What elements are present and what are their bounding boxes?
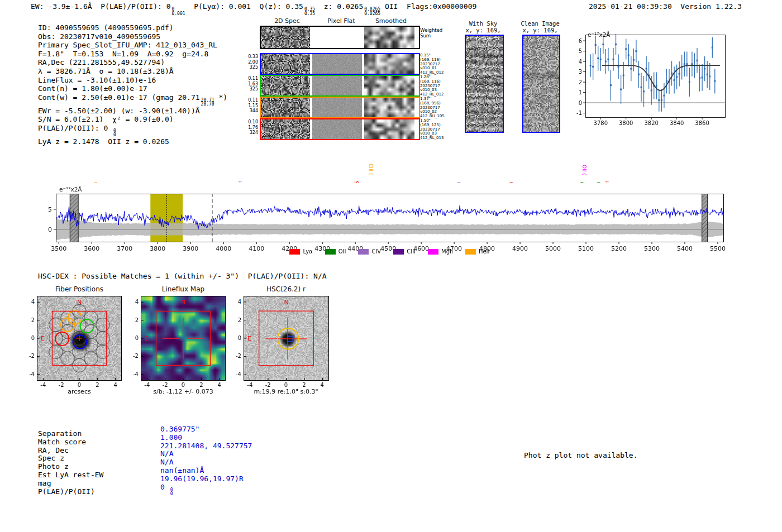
text-segment: EWr = -5.50(±2.00) (w: -3.90(±1.40))Å: [38, 107, 200, 115]
smoothed-image: [364, 98, 414, 117]
spec2d-row-left-labels: 0.332.00325: [245, 54, 258, 70]
y-tick-label: 0: [128, 335, 139, 341]
x-tick-label: -4: [37, 382, 49, 388]
subscript: 20.70: [201, 102, 214, 107]
match-row-label: Spec z: [38, 454, 103, 463]
sup-sub-value: 00: [113, 129, 116, 137]
fiber-positions-canvas: [37, 296, 122, 381]
legend-label: OII: [338, 248, 346, 255]
match-row-value: N/A: [160, 458, 252, 467]
clean-image-title-line: Clean Image: [517, 20, 563, 27]
x-tick-label: 2: [196, 382, 207, 388]
match-table-labels: SeparationMatch scoreRA, DecSpec zPhoto …: [38, 430, 103, 496]
detection-info-block: ID: 4090559695 (4090559695.pdf)Obs: 2023…: [38, 23, 227, 146]
emission-line-label-oii: OII (: [581, 165, 587, 175]
left-label-line: 325: [245, 65, 258, 70]
legend-item: CIV: [358, 248, 381, 255]
y-tick-label: 2: [128, 317, 139, 323]
match-row-label: Match score: [38, 438, 103, 447]
spec2d-exposure-row: [260, 97, 420, 118]
x-tick-label: 0: [74, 382, 85, 388]
legend-label: MgII: [441, 248, 453, 255]
info-line-2: Obs: 20230717v010_4090559695: [38, 32, 227, 41]
match-row-label: P(LAE)/P(OII): [38, 488, 103, 496]
smoothed-image: [364, 27, 414, 48]
legend-swatch: [325, 249, 336, 255]
subscript: 0: [170, 492, 173, 496]
subscript: 0: [113, 133, 116, 137]
y-tick-label: -2: [25, 353, 35, 359]
y-tick-label: 0: [231, 335, 241, 341]
y-tick-label: 2: [25, 317, 35, 323]
match-row-value: 0.369775": [160, 425, 252, 434]
text-segment: Obs: 20230717v010_4090559695: [38, 32, 160, 41]
pixel-flat-image: [312, 76, 362, 95]
match-row-value: 0 00: [160, 483, 252, 496]
right-label-line: 412_RL_013: [420, 136, 444, 141]
spec2d-row-left-labels: 0.111.63325: [245, 76, 258, 92]
text-segment: Cont(w) = 2.50(±0.01)e-17 (gmag 20.71: [38, 93, 200, 102]
info-line-3: Primary Spec_Slot_IFU_AMP: 412_013_043_R…: [38, 41, 227, 50]
spec2d-col-header: Pixel Flat: [316, 17, 367, 25]
legend-swatch: [393, 249, 404, 255]
spec2d-row-right-labels: 1.37"(168, 956)20230717v010_02412_RU_105: [420, 97, 445, 119]
match-row-label: Separation: [38, 430, 103, 438]
report-header-summary: EW: -3.9±-1.6Å P(LAE)/P(OII): 000.001 P(…: [31, 2, 476, 16]
match-row-label: Est LyA rest-EW: [38, 471, 103, 480]
match-row-label: Photo z: [38, 463, 103, 471]
legend-label: HeII: [479, 248, 490, 255]
left-label-line: 1.76: [245, 125, 258, 131]
x-tick-label: 0: [280, 382, 292, 388]
full-spectrum-plot: [31, 183, 740, 253]
photz-note: Phot z plot not available.: [524, 451, 638, 459]
pixel-flat-image: [312, 98, 362, 117]
x-tick-label: -2: [160, 382, 171, 388]
header-left-line: EW: -3.9±-1.6Å P(LAE)/P(OII): 000.001 P(…: [31, 2, 476, 16]
legend-label: CIV: [371, 248, 381, 255]
pixel-flat-image: [312, 54, 362, 74]
text-segment: Cont(n) = 1.80(±0.00)e-17: [38, 84, 147, 93]
spec2d-row-right-labels: 1.50"(169, 125)20230717v010_03412_RL_013: [420, 119, 444, 141]
spec2d-exposure-row: [260, 118, 420, 140]
info-line-5: RA,Dec (221.281555,49.527794): [38, 58, 227, 67]
text-segment: LyA z = 2.1478 OII z = 0.0265: [38, 137, 169, 146]
legend-swatch: [428, 249, 438, 255]
text-segment: *): [214, 93, 227, 102]
legend-item: Lyα: [289, 248, 312, 255]
x-tick-label: 4: [110, 382, 121, 388]
subscript: 0.0265: [364, 12, 380, 16]
pixel-flat-empty: [312, 27, 362, 48]
report-timestamp-version: 2025-01-21 00:39:30 Version 1.22.3: [589, 2, 742, 11]
x-tick-label: 0: [178, 382, 189, 388]
info-line-4: F=1.8" T=0.153 N=1.09 A=0.92 g=24.8: [38, 50, 227, 59]
text-segment: 221.281408, 49.527757: [160, 442, 252, 450]
left-label-line: 1.15: [245, 103, 258, 109]
text-segment: 0.369775": [160, 425, 199, 433]
x-tick-label: 2: [92, 382, 103, 388]
y-tick-label: 4: [25, 299, 35, 305]
match-row-label: mag: [38, 480, 103, 488]
info-line-13: LyA z = 2.1478 OII z = 0.0265: [38, 137, 227, 146]
spec2d-image: [261, 119, 310, 139]
info-line-8: Cont(n) = 1.80(±0.00)e-17: [38, 84, 227, 93]
left-label-line: 0.33: [245, 54, 258, 60]
info-line-7: LineFlux = -3.10(±1.10)e-16: [38, 76, 227, 85]
fiber-positions-title: Fiber Positions: [35, 285, 124, 293]
spec2d-image: [261, 27, 310, 48]
text-segment: EW: -3.9±-1.6Å P(LAE)/P(OII): 0: [31, 2, 170, 11]
info-line-12: P(LAE)/P(OII): 0 00: [38, 124, 227, 137]
with-sky-title-line: With Sky: [460, 20, 506, 27]
elixer-report-page: EW: -3.9±-1.6Å P(LAE)/P(OII): 000.001 P(…: [0, 0, 782, 532]
legend-item: MgII: [428, 248, 453, 255]
text-segment: nan(±nan)Å: [160, 466, 204, 475]
match-table-values: 0.369775"1.000221.281408, 49.527757N/AN/…: [160, 425, 252, 496]
text-segment: F=1.8" T=0.153 N=1.09 A=0.92 g=24.8: [38, 50, 208, 58]
text-segment: RA,Dec (221.281555,49.527794): [38, 58, 165, 66]
spec2d-row-right-labels: 1.28"(169, 116)20230717v010_03412_RL_012: [420, 75, 444, 97]
spec2d-weighted-row: [260, 26, 420, 49]
legend-swatch: [289, 249, 300, 255]
legend-item: OII: [325, 248, 346, 255]
text-segment: 1.000: [160, 433, 182, 442]
sup-sub-value: 00: [170, 488, 173, 496]
spec2d-exposure-row: [260, 75, 420, 97]
